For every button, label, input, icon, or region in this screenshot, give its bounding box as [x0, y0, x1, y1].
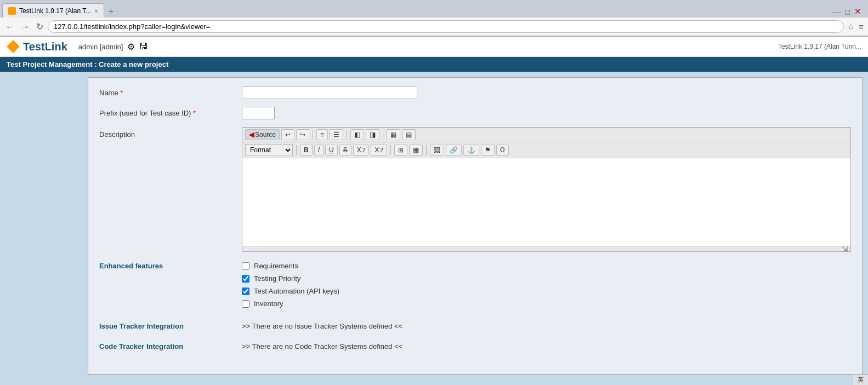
sep1 — [313, 130, 313, 140]
tab-close-button[interactable]: × — [94, 8, 98, 14]
tab-favicon — [8, 7, 16, 15]
bookmark-button[interactable]: ☆ — [846, 21, 855, 33]
enhanced-features-section: Requirements Testing Priority Test Autom… — [242, 262, 339, 312]
issue-tracker-row: Issue Tracker Integration >> There are n… — [99, 320, 851, 332]
app-header: TestLink admin [admin] ⚙ 🖫 TestLink 1.9.… — [0, 37, 868, 57]
page-title: Test Project Management : Create a new p… — [7, 60, 168, 68]
toolbar-row2: Format Heading 1 Heading 2 Paragraph B I… — [242, 142, 850, 158]
sep4 — [296, 145, 297, 155]
enhanced-features-row: Enhanced features Requirements Testing P… — [99, 260, 851, 312]
table-properties-button[interactable]: ▦ — [409, 145, 423, 156]
enhanced-features-label: Enhanced features — [99, 260, 242, 270]
new-tab-button[interactable]: + — [104, 5, 118, 18]
minimize-button[interactable]: — — [831, 6, 842, 18]
tab-title: TestLink 1.9.17 (Alan T... — [19, 7, 91, 15]
subscript-button[interactable]: X2 — [353, 145, 370, 156]
special-char-button[interactable]: Ω — [496, 145, 509, 156]
sep6 — [426, 145, 427, 155]
description-label: Description — [99, 127, 242, 139]
editor-resize-handle[interactable]: ⇲ — [242, 246, 850, 251]
back-button[interactable]: ← — [3, 21, 16, 33]
sep3 — [383, 130, 383, 140]
sidebar — [0, 72, 88, 380]
image-button[interactable]: 🖼 — [430, 145, 444, 156]
app-user: admin [admin] ⚙ 🖫 — [78, 42, 149, 52]
name-row: Name * — [99, 87, 851, 99]
link-button[interactable]: 🔗 — [446, 145, 462, 156]
underline-button[interactable]: U — [325, 145, 338, 156]
italic-button[interactable]: I — [314, 145, 324, 156]
testing-priority-row: Testing Priority — [242, 274, 339, 283]
issue-tracker-info: >> There are no Issue Tracker Systems de… — [242, 320, 402, 332]
test-automation-row: Test Automation (API keys) — [242, 287, 339, 295]
app-logo: TestLink — [7, 40, 67, 53]
app-logo-text: TestLink — [23, 41, 67, 53]
page-header: Test Project Management : Create a new p… — [0, 57, 868, 72]
user-name: admin [admin] — [78, 43, 123, 51]
form-area: Name * Prefix (used for Test case ID) * … — [88, 77, 863, 375]
requirements-row: Requirements — [242, 262, 339, 270]
maximize-button[interactable]: □ — [844, 6, 851, 18]
source-label: Source — [255, 131, 276, 139]
prefix-label: Prefix (used for Test case ID) * — [99, 107, 242, 117]
inventory-checkbox[interactable] — [242, 300, 249, 308]
resize-icon: ⇲ — [842, 245, 848, 254]
name-input[interactable] — [242, 87, 417, 99]
align-left-button[interactable]: ◧ — [350, 129, 364, 140]
inventory-label[interactable]: Inventory — [254, 300, 283, 308]
testing-priority-label[interactable]: Testing Priority — [254, 274, 300, 283]
close-button[interactable]: ✕ — [853, 5, 863, 18]
align-right-button[interactable]: ◨ — [366, 129, 379, 140]
logout-button[interactable]: 🖫 — [139, 42, 148, 51]
toolbar-row1: ◀ Source ↩ ↪ ≡ ☰ ◧ ◨ ▦ ▤ — [242, 128, 850, 142]
browser-tab[interactable]: TestLink 1.9.17 (Alan T... × — [2, 3, 104, 18]
settings-button[interactable]: ≡ — [858, 21, 865, 32]
table-insert-button[interactable]: ⊞ — [394, 145, 407, 156]
requirements-checkbox[interactable] — [242, 262, 249, 270]
anchor-button[interactable]: ⚓ — [463, 145, 479, 156]
name-required: * — [120, 89, 123, 97]
redo-button[interactable]: ↪ — [296, 129, 309, 140]
app-version: TestLink 1.9.17 (Alan Turin... — [778, 43, 861, 50]
test-automation-checkbox[interactable] — [242, 288, 249, 295]
code-tracker-info: >> There are no Code Tracker Systems def… — [242, 340, 402, 353]
unordered-list-button[interactable]: ☰ — [330, 129, 343, 140]
description-row: Description ◀ Source ↩ ↪ ≡ ☰ ◧ ◨ — [99, 127, 851, 252]
strikethrough-button[interactable]: S — [339, 145, 351, 156]
user-icon-button[interactable]: ⚙ — [127, 42, 135, 52]
issue-tracker-label: Issue Tracker Integration — [99, 320, 242, 330]
name-label: Name * — [99, 87, 242, 97]
ordered-list-button[interactable]: ≡ — [316, 129, 328, 140]
url-bar[interactable] — [48, 20, 844, 33]
superscript-button[interactable]: X2 — [371, 145, 387, 156]
reload-button[interactable]: ↻ — [34, 20, 46, 33]
undo-button[interactable]: ↩ — [281, 129, 294, 140]
forward-button[interactable]: → — [19, 21, 32, 33]
editor-body[interactable] — [242, 158, 850, 246]
code-tracker-label: Code Tracker Integration — [99, 340, 242, 350]
block-button[interactable]: ▦ — [387, 129, 400, 140]
editor-container: ◀ Source ↩ ↪ ≡ ☰ ◧ ◨ ▦ ▤ — [242, 127, 851, 252]
prefix-row: Prefix (used for Test case ID) * — [99, 107, 851, 119]
language-indicator: 英 — [858, 376, 864, 380]
requirements-label[interactable]: Requirements — [254, 262, 298, 270]
app-logo-icon — [7, 40, 20, 53]
source-icon: ◀ — [249, 131, 254, 139]
testing-priority-checkbox[interactable] — [242, 275, 249, 283]
format-select[interactable]: Format Heading 1 Heading 2 Paragraph — [245, 144, 293, 156]
test-automation-label[interactable]: Test Automation (API keys) — [254, 287, 339, 295]
code-tracker-row: Code Tracker Integration >> There are no… — [99, 340, 851, 353]
bold-button[interactable]: B — [300, 145, 313, 156]
prefix-required: * — [193, 109, 196, 117]
sep2 — [347, 130, 347, 140]
sep5 — [390, 145, 391, 155]
prefix-input[interactable] — [242, 107, 275, 119]
status-bar: 英 — [853, 374, 868, 380]
block2-button[interactable]: ▤ — [402, 129, 416, 140]
flag-button[interactable]: ⚑ — [481, 145, 495, 156]
inventory-row: Inventory — [242, 300, 339, 308]
source-button[interactable]: ◀ Source — [245, 129, 280, 140]
